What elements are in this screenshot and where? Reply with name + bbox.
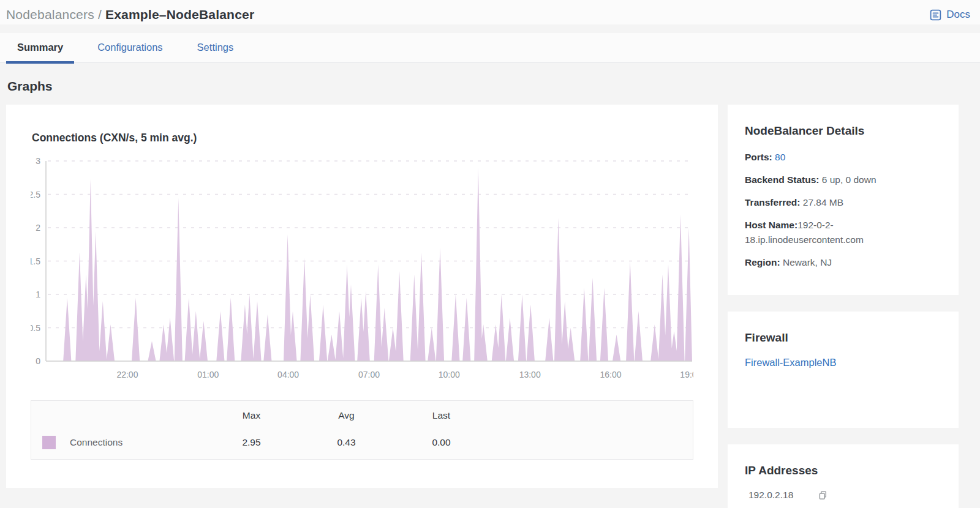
tab-summary[interactable]: Summary [6,33,74,62]
svg-text:19:00: 19:00 [680,370,693,379]
ip-card-title: IP Addresses [745,464,941,477]
detail-row-hostname: Host Name:192-0-2-18.ip.linodeuserconten… [745,218,941,247]
graph-title: Connections (CXN/s, 5 min avg.) [31,132,693,144]
detail-row-backend-status: Backend Status: 6 up, 0 down [745,173,941,187]
legend-header-max: Max [204,410,299,421]
stat-max: 2.95 [204,437,299,448]
connections-graph-card: Connections (CXN/s, 5 min avg.) 32.521.5… [6,105,718,488]
svg-text:2.5: 2.5 [31,190,40,200]
svg-text:13:00: 13:00 [519,370,541,379]
docs-label: Docs [946,9,970,21]
top-bar: Nodebalancers / Example–NodeBalancer Doc… [0,0,980,24]
stat-last: 0.00 [394,437,489,448]
ip-address: 192.0.2.18 [748,490,793,501]
svg-text:2: 2 [36,223,40,233]
details-card-title: NodeBalancer Details [745,124,941,138]
svg-text:0: 0 [36,356,40,366]
svg-text:07:00: 07:00 [358,370,380,379]
docs-icon [929,9,942,21]
detail-row-region: Region: Newark, NJ [745,255,941,270]
breadcrumb: Nodebalancers / Example–NodeBalancer [6,7,254,22]
connections-chart: 32.521.510.5022:0001:0004:0007:0010:0013… [31,153,693,381]
ports-link[interactable]: 80 [775,152,785,162]
svg-text:10:00: 10:00 [439,370,460,379]
ip-address-row: 192.0.2.18 [745,490,941,501]
svg-text:1: 1 [36,289,40,299]
firewall-card-title: Firewall [745,331,941,345]
detail-row-transferred: Transferred: 27.84 MB [745,195,941,210]
nodebalancer-details-card: NodeBalancer Details Ports: 80 Backend S… [728,105,959,295]
legend-series-name: Connections [63,437,204,448]
legend-table: Max Avg Last Connections 2.95 0.43 0.00 [31,400,693,460]
section-title: Graphs [7,79,973,94]
svg-text:1.5: 1.5 [31,256,40,266]
legend-header-row: Max Avg Last [31,401,693,426]
breadcrumb-section[interactable]: Nodebalancers [6,7,94,21]
legend-data-row: Connections 2.95 0.43 0.00 [31,426,693,459]
tab-settings[interactable]: Settings [186,33,245,62]
detail-row-ports: Ports: 80 [745,150,941,165]
svg-text:04:00: 04:00 [277,370,299,379]
legend-header-avg: Avg [299,410,394,421]
sidebar: NodeBalancer Details Ports: 80 Backend S… [728,105,959,508]
tab-bar: Summary Configurations Settings [0,33,980,63]
stat-avg: 0.43 [299,437,394,448]
svg-text:22:00: 22:00 [116,370,138,379]
docs-link[interactable]: Docs [929,9,970,21]
tab-configurations[interactable]: Configurations [86,33,173,62]
ip-addresses-card: IP Addresses 192.0.2.18 [728,444,959,508]
svg-text:16:00: 16:00 [600,370,622,379]
copy-ip-button[interactable] [818,490,828,501]
graphs-section-header: Graphs [0,63,980,103]
breadcrumb-current: Example–NodeBalancer [105,7,254,21]
copy-icon [818,490,828,501]
svg-text:3: 3 [36,156,40,166]
firewall-card: Firewall Firewall-ExampleNB [728,312,959,428]
legend-header-last: Last [394,410,489,421]
legend-swatch [42,436,56,449]
breadcrumb-separator: / [98,7,102,21]
svg-text:01:00: 01:00 [197,370,219,379]
firewall-link[interactable]: Firewall-ExampleNB [745,357,836,368]
svg-text:0.5: 0.5 [31,323,40,333]
